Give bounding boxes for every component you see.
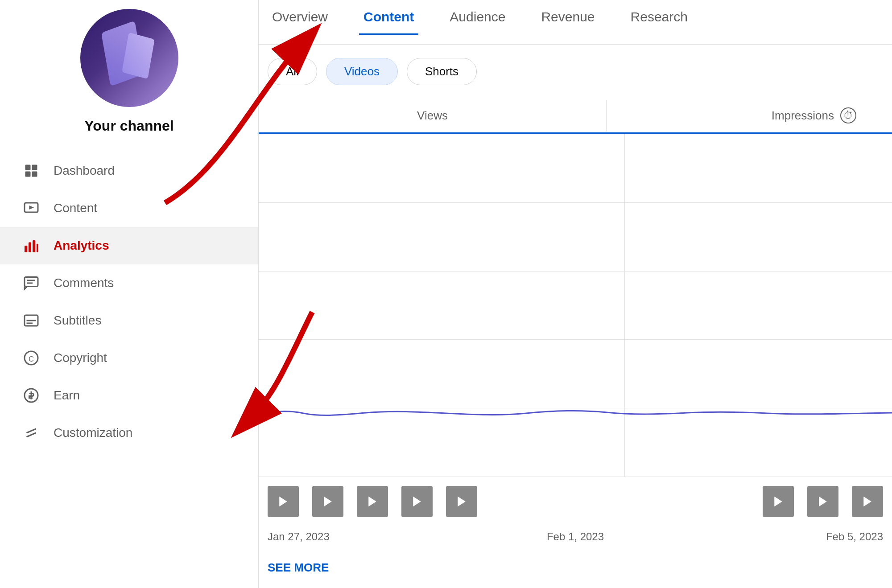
svg-rect-9: [37, 244, 38, 253]
filter-all[interactable]: All: [268, 58, 317, 85]
dashboard-icon: [22, 162, 40, 180]
svg-line-20: [27, 429, 36, 433]
main-content: Overview Content Audience Revenue Resear…: [259, 0, 892, 588]
thumbnail-8[interactable]: [852, 486, 883, 517]
sidebar-item-earn[interactable]: Earn: [0, 377, 258, 414]
svg-rect-7: [29, 243, 31, 253]
tab-content[interactable]: Content: [359, 9, 418, 35]
sidebar-item-subtitles-label: Subtitles: [54, 313, 101, 328]
tab-research[interactable]: Research: [626, 9, 692, 35]
filter-shorts[interactable]: Shorts: [407, 58, 477, 85]
see-more-link[interactable]: SEE MORE: [259, 552, 892, 588]
grid-line: [259, 339, 892, 340]
sidebar-item-analytics-label: Analytics: [54, 238, 109, 253]
svg-marker-22: [279, 497, 287, 507]
channel-name: Your channel: [84, 118, 173, 134]
svg-rect-3: [32, 172, 37, 177]
tabs-bar: Overview Content Audience Revenue Resear…: [259, 0, 892, 45]
sidebar-item-comments[interactable]: Comments: [0, 264, 258, 302]
customization-icon: [22, 424, 40, 442]
svg-rect-1: [32, 165, 37, 170]
comments-icon: [22, 274, 40, 292]
chart-container: Views Impressions ⏱: [259, 99, 892, 588]
sidebar-item-dashboard[interactable]: Dashboard: [0, 152, 258, 189]
grid-line: [259, 271, 892, 271]
sidebar-item-dashboard-label: Dashboard: [54, 164, 115, 178]
svg-marker-24: [368, 497, 376, 507]
analytics-icon: [22, 237, 40, 255]
chart-impressions-label: Impressions ⏱: [607, 99, 874, 132]
svg-text:C: C: [29, 355, 34, 363]
filter-videos[interactable]: Videos: [326, 58, 398, 85]
svg-marker-27: [774, 497, 782, 507]
channel-avatar: [80, 9, 178, 107]
date-start: Jan 27, 2023: [268, 530, 473, 543]
svg-marker-23: [324, 497, 332, 507]
earn-icon: [22, 387, 40, 404]
thumbnail-5[interactable]: [446, 486, 477, 517]
thumbnail-3[interactable]: [357, 486, 388, 517]
content-icon: [22, 199, 40, 217]
chart-body: Jan 27, 2023 Feb 1, 2023 Feb 5, 2023 SEE…: [259, 134, 892, 588]
subtitles-icon: [22, 312, 40, 329]
sidebar-item-analytics[interactable]: Analytics: [0, 227, 258, 264]
clock-icon: ⏱: [840, 107, 856, 123]
svg-marker-29: [863, 497, 871, 507]
sidebar-item-content-label: Content: [54, 201, 97, 215]
sidebar-item-copyright[interactable]: C Copyright: [0, 339, 258, 377]
chart-area: [259, 134, 892, 477]
svg-marker-25: [413, 497, 421, 507]
sidebar-item-subtitles[interactable]: Subtitles: [0, 302, 258, 339]
thumbnail-4[interactable]: [401, 486, 433, 517]
sidebar-item-customization[interactable]: Customization: [0, 414, 258, 452]
grid-line: [259, 202, 892, 203]
svg-rect-10: [25, 277, 38, 287]
sidebar-item-earn-label: Earn: [54, 388, 80, 403]
thumbnail-2[interactable]: [312, 486, 343, 517]
date-labels: Jan 27, 2023 Feb 1, 2023 Feb 5, 2023: [259, 526, 892, 552]
tab-audience[interactable]: Audience: [445, 9, 510, 35]
thumbnail-7[interactable]: [807, 486, 838, 517]
wave-chart-svg: [259, 387, 892, 441]
tab-revenue[interactable]: Revenue: [537, 9, 599, 35]
svg-marker-5: [29, 206, 34, 210]
thumbnail-6[interactable]: [763, 486, 794, 517]
svg-line-21: [27, 433, 36, 437]
sidebar: Your channel Dashboard Cont: [0, 0, 259, 588]
copyright-icon: C: [22, 349, 40, 367]
filter-row: All Videos Shorts: [259, 45, 892, 99]
chart-views-label: Views: [259, 100, 607, 132]
tab-overview[interactable]: Overview: [268, 9, 332, 35]
thumbnails-row: [259, 477, 892, 526]
thumbnail-1[interactable]: [268, 486, 299, 517]
sidebar-item-comments-label: Comments: [54, 276, 114, 290]
sidebar-nav: Dashboard Content Analytic: [0, 152, 258, 452]
svg-rect-6: [25, 246, 27, 252]
date-middle: Feb 1, 2023: [473, 530, 678, 543]
sidebar-item-customization-label: Customization: [54, 426, 132, 440]
svg-rect-0: [25, 165, 31, 170]
sidebar-item-content[interactable]: Content: [0, 189, 258, 227]
svg-rect-2: [25, 172, 31, 177]
svg-marker-28: [819, 497, 827, 507]
svg-marker-26: [458, 497, 466, 507]
date-end: Feb 5, 2023: [678, 530, 883, 543]
chart-header: Views Impressions ⏱: [259, 99, 892, 134]
sidebar-item-copyright-label: Copyright: [54, 351, 107, 365]
svg-rect-8: [33, 240, 35, 252]
